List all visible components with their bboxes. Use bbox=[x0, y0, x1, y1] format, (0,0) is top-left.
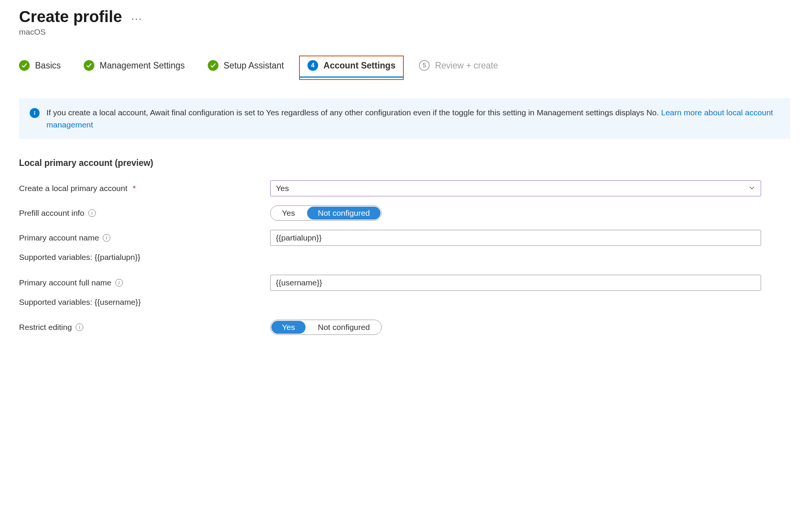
step-label: Account Settings bbox=[323, 61, 395, 71]
step-setup-assistant[interactable]: Setup Assistant bbox=[208, 60, 284, 71]
restrict-toggle[interactable]: Yes Not configured bbox=[270, 320, 382, 335]
check-icon bbox=[208, 60, 218, 71]
step-label: Review + create bbox=[435, 61, 498, 71]
prefill-toggle[interactable]: Yes Not configured bbox=[270, 205, 382, 221]
section-title: Local primary account (preview) bbox=[19, 158, 790, 168]
restrict-notconfigured-option[interactable]: Not configured bbox=[306, 320, 381, 334]
input-value: {{username}} bbox=[276, 278, 322, 287]
step-account-settings[interactable]: 4 Account Settings bbox=[307, 60, 395, 71]
step-basics[interactable]: Basics bbox=[19, 60, 61, 71]
info-banner: If you create a local account, Await fin… bbox=[19, 98, 790, 139]
prefill-label: Prefill account info bbox=[19, 209, 84, 218]
step-number-icon: 4 bbox=[307, 60, 318, 71]
dropdown-value: Yes bbox=[276, 184, 289, 193]
page-title: Create profile bbox=[19, 8, 122, 26]
wizard-stepper: Basics Management Settings Setup Assista… bbox=[19, 59, 790, 72]
full-name-input[interactable]: {{username}} bbox=[270, 275, 761, 291]
primary-name-input[interactable]: {{partialupn}} bbox=[270, 230, 761, 246]
step-review-create[interactable]: 5 Review + create bbox=[419, 60, 498, 71]
info-icon bbox=[30, 108, 40, 118]
info-tooltip-icon[interactable]: i bbox=[88, 209, 96, 217]
info-tooltip-icon[interactable]: i bbox=[103, 234, 110, 242]
svg-point-0 bbox=[34, 111, 35, 112]
input-value: {{partialupn}} bbox=[276, 233, 322, 242]
restrict-yes-option[interactable]: Yes bbox=[271, 321, 306, 334]
step-number-icon: 5 bbox=[419, 60, 430, 71]
prefill-notconfigured-option[interactable]: Not configured bbox=[307, 207, 381, 220]
page-subtitle: macOS bbox=[19, 27, 790, 37]
check-icon bbox=[84, 60, 94, 71]
full-name-hint: Supported variables: {{username}} bbox=[19, 298, 790, 307]
create-local-label: Create a local primary account bbox=[19, 184, 127, 193]
prefill-yes-option[interactable]: Yes bbox=[271, 206, 306, 220]
banner-message: If you create a local account, Await fin… bbox=[46, 108, 661, 117]
full-name-label: Primary account full name bbox=[19, 278, 111, 287]
step-management-settings[interactable]: Management Settings bbox=[84, 60, 185, 71]
step-label: Basics bbox=[35, 61, 61, 71]
info-text: If you create a local account, Await fin… bbox=[46, 107, 779, 131]
check-icon bbox=[19, 60, 30, 71]
primary-name-label: Primary account name bbox=[19, 233, 99, 242]
info-tooltip-icon[interactable]: i bbox=[115, 279, 123, 287]
svg-rect-1 bbox=[34, 113, 35, 115]
more-actions-button[interactable]: ··· bbox=[131, 9, 142, 25]
create-local-dropdown[interactable]: Yes bbox=[270, 180, 761, 196]
active-step-highlight: 4 Account Settings bbox=[299, 56, 404, 80]
step-label: Setup Assistant bbox=[224, 61, 284, 71]
step-label: Management Settings bbox=[100, 61, 185, 71]
info-tooltip-icon[interactable]: i bbox=[76, 323, 83, 331]
primary-name-hint: Supported variables: {{partialupn}} bbox=[19, 253, 790, 262]
chevron-down-icon bbox=[748, 184, 755, 193]
restrict-label: Restrict editing bbox=[19, 323, 72, 332]
required-indicator: * bbox=[133, 184, 136, 193]
